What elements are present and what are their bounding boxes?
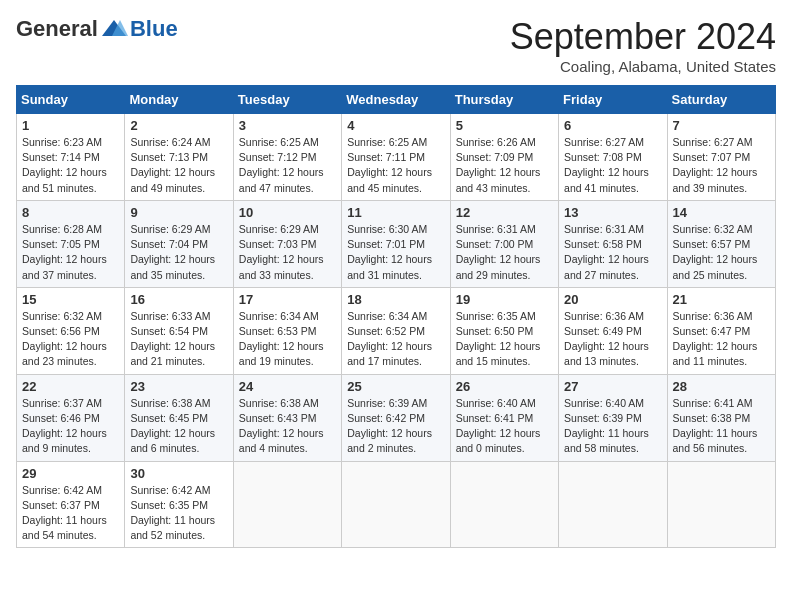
- day-info: Sunrise: 6:27 AMSunset: 7:07 PMDaylight:…: [673, 136, 758, 194]
- day-info: Sunrise: 6:25 AMSunset: 7:12 PMDaylight:…: [239, 136, 324, 194]
- day-info: Sunrise: 6:30 AMSunset: 7:01 PMDaylight:…: [347, 223, 432, 281]
- location-text: Coaling, Alabama, United States: [510, 58, 776, 75]
- day-info: Sunrise: 6:24 AMSunset: 7:13 PMDaylight:…: [130, 136, 215, 194]
- calendar-cell: [667, 461, 775, 548]
- day-number: 1: [22, 118, 119, 133]
- calendar-week-row: 8 Sunrise: 6:28 AMSunset: 7:05 PMDayligh…: [17, 200, 776, 287]
- logo: General Blue: [16, 16, 178, 42]
- day-info: Sunrise: 6:34 AMSunset: 6:52 PMDaylight:…: [347, 310, 432, 368]
- calendar-cell: [342, 461, 450, 548]
- day-number: 17: [239, 292, 336, 307]
- day-number: 6: [564, 118, 661, 133]
- calendar-cell: 3 Sunrise: 6:25 AMSunset: 7:12 PMDayligh…: [233, 114, 341, 201]
- day-info: Sunrise: 6:33 AMSunset: 6:54 PMDaylight:…: [130, 310, 215, 368]
- day-info: Sunrise: 6:35 AMSunset: 6:50 PMDaylight:…: [456, 310, 541, 368]
- day-number: 3: [239, 118, 336, 133]
- day-info: Sunrise: 6:42 AMSunset: 6:35 PMDaylight:…: [130, 484, 215, 542]
- logo-blue-text: Blue: [130, 16, 178, 42]
- calendar-cell: 13 Sunrise: 6:31 AMSunset: 6:58 PMDaylig…: [559, 200, 667, 287]
- calendar-cell: 19 Sunrise: 6:35 AMSunset: 6:50 PMDaylig…: [450, 287, 558, 374]
- day-number: 29: [22, 466, 119, 481]
- day-number: 30: [130, 466, 227, 481]
- calendar-cell: 1 Sunrise: 6:23 AMSunset: 7:14 PMDayligh…: [17, 114, 125, 201]
- day-info: Sunrise: 6:32 AMSunset: 6:56 PMDaylight:…: [22, 310, 107, 368]
- calendar-cell: 20 Sunrise: 6:36 AMSunset: 6:49 PMDaylig…: [559, 287, 667, 374]
- day-number: 27: [564, 379, 661, 394]
- calendar-cell: 16 Sunrise: 6:33 AMSunset: 6:54 PMDaylig…: [125, 287, 233, 374]
- calendar-cell: 4 Sunrise: 6:25 AMSunset: 7:11 PMDayligh…: [342, 114, 450, 201]
- day-info: Sunrise: 6:34 AMSunset: 6:53 PMDaylight:…: [239, 310, 324, 368]
- col-header-tuesday: Tuesday: [233, 86, 341, 114]
- day-info: Sunrise: 6:42 AMSunset: 6:37 PMDaylight:…: [22, 484, 107, 542]
- calendar-cell: 8 Sunrise: 6:28 AMSunset: 7:05 PMDayligh…: [17, 200, 125, 287]
- day-number: 25: [347, 379, 444, 394]
- day-number: 19: [456, 292, 553, 307]
- day-info: Sunrise: 6:26 AMSunset: 7:09 PMDaylight:…: [456, 136, 541, 194]
- day-number: 18: [347, 292, 444, 307]
- day-info: Sunrise: 6:37 AMSunset: 6:46 PMDaylight:…: [22, 397, 107, 455]
- calendar-cell: 12 Sunrise: 6:31 AMSunset: 7:00 PMDaylig…: [450, 200, 558, 287]
- calendar-week-row: 22 Sunrise: 6:37 AMSunset: 6:46 PMDaylig…: [17, 374, 776, 461]
- day-number: 11: [347, 205, 444, 220]
- calendar-cell: 14 Sunrise: 6:32 AMSunset: 6:57 PMDaylig…: [667, 200, 775, 287]
- day-info: Sunrise: 6:41 AMSunset: 6:38 PMDaylight:…: [673, 397, 758, 455]
- col-header-thursday: Thursday: [450, 86, 558, 114]
- calendar-cell: 10 Sunrise: 6:29 AMSunset: 7:03 PMDaylig…: [233, 200, 341, 287]
- page-header: General Blue September 2024 Coaling, Ala…: [16, 16, 776, 75]
- calendar-cell: 2 Sunrise: 6:24 AMSunset: 7:13 PMDayligh…: [125, 114, 233, 201]
- calendar-cell: 6 Sunrise: 6:27 AMSunset: 7:08 PMDayligh…: [559, 114, 667, 201]
- day-number: 7: [673, 118, 770, 133]
- col-header-wednesday: Wednesday: [342, 86, 450, 114]
- day-number: 13: [564, 205, 661, 220]
- calendar-cell: 5 Sunrise: 6:26 AMSunset: 7:09 PMDayligh…: [450, 114, 558, 201]
- day-number: 23: [130, 379, 227, 394]
- day-number: 16: [130, 292, 227, 307]
- calendar-cell: 23 Sunrise: 6:38 AMSunset: 6:45 PMDaylig…: [125, 374, 233, 461]
- day-number: 8: [22, 205, 119, 220]
- calendar-cell: 26 Sunrise: 6:40 AMSunset: 6:41 PMDaylig…: [450, 374, 558, 461]
- day-info: Sunrise: 6:28 AMSunset: 7:05 PMDaylight:…: [22, 223, 107, 281]
- calendar-cell: 22 Sunrise: 6:37 AMSunset: 6:46 PMDaylig…: [17, 374, 125, 461]
- col-header-saturday: Saturday: [667, 86, 775, 114]
- calendar-cell: [559, 461, 667, 548]
- day-number: 12: [456, 205, 553, 220]
- calendar-cell: 30 Sunrise: 6:42 AMSunset: 6:35 PMDaylig…: [125, 461, 233, 548]
- calendar-cell: 9 Sunrise: 6:29 AMSunset: 7:04 PMDayligh…: [125, 200, 233, 287]
- calendar-week-row: 1 Sunrise: 6:23 AMSunset: 7:14 PMDayligh…: [17, 114, 776, 201]
- day-info: Sunrise: 6:38 AMSunset: 6:43 PMDaylight:…: [239, 397, 324, 455]
- day-info: Sunrise: 6:36 AMSunset: 6:47 PMDaylight:…: [673, 310, 758, 368]
- day-info: Sunrise: 6:36 AMSunset: 6:49 PMDaylight:…: [564, 310, 649, 368]
- day-info: Sunrise: 6:40 AMSunset: 6:39 PMDaylight:…: [564, 397, 649, 455]
- calendar-cell: 25 Sunrise: 6:39 AMSunset: 6:42 PMDaylig…: [342, 374, 450, 461]
- col-header-monday: Monday: [125, 86, 233, 114]
- day-number: 28: [673, 379, 770, 394]
- col-header-friday: Friday: [559, 86, 667, 114]
- day-info: Sunrise: 6:29 AMSunset: 7:03 PMDaylight:…: [239, 223, 324, 281]
- day-number: 20: [564, 292, 661, 307]
- calendar-cell: 11 Sunrise: 6:30 AMSunset: 7:01 PMDaylig…: [342, 200, 450, 287]
- day-info: Sunrise: 6:40 AMSunset: 6:41 PMDaylight:…: [456, 397, 541, 455]
- day-number: 2: [130, 118, 227, 133]
- month-title: September 2024: [510, 16, 776, 58]
- day-number: 14: [673, 205, 770, 220]
- calendar-week-row: 15 Sunrise: 6:32 AMSunset: 6:56 PMDaylig…: [17, 287, 776, 374]
- day-info: Sunrise: 6:25 AMSunset: 7:11 PMDaylight:…: [347, 136, 432, 194]
- title-area: September 2024 Coaling, Alabama, United …: [510, 16, 776, 75]
- calendar-cell: [450, 461, 558, 548]
- col-header-sunday: Sunday: [17, 86, 125, 114]
- calendar-cell: 18 Sunrise: 6:34 AMSunset: 6:52 PMDaylig…: [342, 287, 450, 374]
- day-number: 5: [456, 118, 553, 133]
- day-info: Sunrise: 6:31 AMSunset: 7:00 PMDaylight:…: [456, 223, 541, 281]
- calendar-table: SundayMondayTuesdayWednesdayThursdayFrid…: [16, 85, 776, 548]
- day-info: Sunrise: 6:23 AMSunset: 7:14 PMDaylight:…: [22, 136, 107, 194]
- day-number: 15: [22, 292, 119, 307]
- logo-general-text: General: [16, 16, 98, 42]
- calendar-header-row: SundayMondayTuesdayWednesdayThursdayFrid…: [17, 86, 776, 114]
- day-number: 26: [456, 379, 553, 394]
- calendar-cell: 15 Sunrise: 6:32 AMSunset: 6:56 PMDaylig…: [17, 287, 125, 374]
- calendar-cell: 27 Sunrise: 6:40 AMSunset: 6:39 PMDaylig…: [559, 374, 667, 461]
- day-info: Sunrise: 6:31 AMSunset: 6:58 PMDaylight:…: [564, 223, 649, 281]
- calendar-cell: 21 Sunrise: 6:36 AMSunset: 6:47 PMDaylig…: [667, 287, 775, 374]
- day-info: Sunrise: 6:32 AMSunset: 6:57 PMDaylight:…: [673, 223, 758, 281]
- calendar-cell: 7 Sunrise: 6:27 AMSunset: 7:07 PMDayligh…: [667, 114, 775, 201]
